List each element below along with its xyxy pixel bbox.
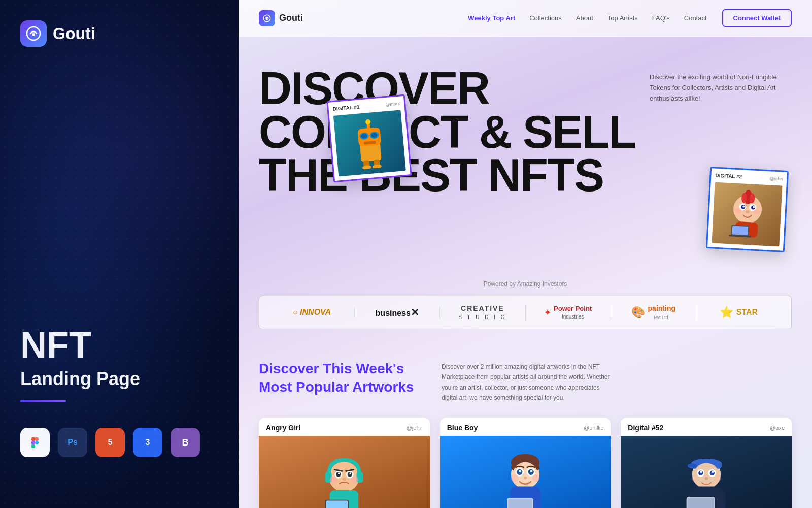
navbar: Gouti Weekly Top Art Collections About T… xyxy=(239,0,812,37)
investor-star: ⭐ STAR xyxy=(696,306,781,319)
investors-section: Powered by Amazing Investors ○ INNOVA bu… xyxy=(239,270,812,344)
investors-bar: ○ INNOVA business✕ CREATIVES T U D I O ✦… xyxy=(259,296,792,329)
svg-point-1 xyxy=(32,33,35,36)
artwork-card-blue-boy[interactable]: Blue Boy @phillip xyxy=(440,418,611,508)
discover-title: Discover This Week's Most Popular Artwor… xyxy=(259,360,421,403)
svg-rect-53 xyxy=(326,500,348,508)
svg-point-50 xyxy=(343,478,347,481)
artwork-card-digital52[interactable]: Digital #52 @axe xyxy=(621,418,792,508)
artwork-card-header-2: Blue Boy @phillip xyxy=(440,418,611,436)
nft-card-1-label: DIGITAL #1 xyxy=(332,104,360,112)
nav-contact[interactable]: Contact xyxy=(684,14,707,22)
artwork-author-1: @john xyxy=(407,425,423,431)
nav-logo-icon xyxy=(259,10,275,26)
left-logo-text: Gouti xyxy=(53,24,95,43)
investor-innova: ○ INNOVA xyxy=(269,308,355,317)
connect-wallet-button[interactable]: Connect Wallet xyxy=(722,9,792,27)
svg-point-20 xyxy=(362,165,371,170)
svg-point-48 xyxy=(330,475,337,483)
svg-point-75 xyxy=(687,463,697,468)
svg-rect-4 xyxy=(31,441,35,444)
nav-faqs[interactable]: FAQ's xyxy=(652,14,670,22)
nft-card-1-author: @mark xyxy=(385,101,400,107)
svg-point-64 xyxy=(530,470,533,472)
discover-top: Discover This Week's Most Popular Artwor… xyxy=(259,360,792,403)
artwork-author-2: @phillip xyxy=(584,425,603,431)
css3-icon: 3 xyxy=(133,428,162,457)
main-title-area: NFT Landing Page Ps 5 xyxy=(20,327,218,457)
svg-rect-70 xyxy=(508,499,532,508)
svg-point-65 xyxy=(524,476,527,479)
left-logo-area: Gouti xyxy=(20,20,218,47)
nav-collections[interactable]: Collections xyxy=(529,14,562,22)
hero-section: Discover the exciting world of Non-Fungi… xyxy=(239,37,812,270)
investors-label: Powered by Amazing Investors xyxy=(259,280,792,288)
artwork-image-angry-girl xyxy=(259,436,430,508)
svg-point-63 xyxy=(519,470,521,472)
discover-title-highlight: Artworks xyxy=(352,379,414,395)
nav-links: Weekly Top Art Collections About Top Art… xyxy=(468,14,706,22)
svg-point-82 xyxy=(712,471,714,473)
artwork-card-header-1: Angry Girl @john xyxy=(259,418,430,436)
figma-icon xyxy=(20,428,50,457)
investor-painting: 🎨 paintingPvt.Ltd. xyxy=(611,304,696,321)
nft-card-1: DIGITAL #1 @mark xyxy=(326,94,412,183)
artwork-card-angry-girl[interactable]: Angry Girl @john xyxy=(259,418,430,508)
nft-card-2-author: @john xyxy=(769,176,783,181)
svg-rect-5 xyxy=(31,444,35,448)
artwork-card-header-3: Digital #52 @axe xyxy=(621,418,792,436)
svg-point-81 xyxy=(700,471,702,473)
svg-point-66 xyxy=(511,474,519,482)
artwork-title-2: Blue Boy xyxy=(447,424,478,432)
artwork-image-digital52 xyxy=(621,436,792,508)
investor-powerpoint: ✦ Power PointIndustries xyxy=(526,305,611,320)
artwork-title-3: Digital #52 xyxy=(628,424,663,432)
svg-point-17 xyxy=(365,119,370,125)
nft-card-2-image xyxy=(712,182,782,247)
discover-description: Discover over 2 million amazing digital … xyxy=(442,360,614,403)
svg-rect-3 xyxy=(35,437,39,441)
investor-creative: CREATIVES T U D I O xyxy=(440,304,525,321)
nav-logo: Gouti xyxy=(259,10,303,26)
tool-icons: Ps 5 3 B xyxy=(20,428,218,457)
left-panel: Gouti NFT Landing Page Ps xyxy=(0,0,239,508)
svg-rect-88 xyxy=(687,497,714,508)
svg-point-21 xyxy=(372,164,382,169)
svg-point-8 xyxy=(266,18,268,20)
svg-point-46 xyxy=(338,472,340,474)
html5-icon: 5 xyxy=(95,428,125,457)
svg-rect-90 xyxy=(718,491,725,508)
artworks-grid: Angry Girl @john xyxy=(259,418,792,508)
svg-point-67 xyxy=(532,474,539,482)
svg-rect-2 xyxy=(31,437,35,441)
investor-business: business✕ xyxy=(355,306,440,319)
main-subtitle: Landing Page xyxy=(20,368,218,390)
right-panel: Gouti Weekly Top Art Collections About T… xyxy=(239,0,812,508)
svg-point-47 xyxy=(350,472,352,474)
svg-point-49 xyxy=(351,475,358,483)
artwork-author-3: @axe xyxy=(770,425,785,431)
artwork-image-blue-boy xyxy=(440,436,611,508)
title-underline xyxy=(20,400,66,402)
svg-point-6 xyxy=(35,441,39,444)
nft-card-2-label: DIGITAL #2 xyxy=(715,173,742,180)
main-title: NFT xyxy=(20,327,218,363)
nav-logo-text: Gouti xyxy=(279,13,303,23)
nft-card-1-image xyxy=(333,110,406,176)
artwork-title-1: Angry Girl xyxy=(266,424,300,432)
nft-card-2: DIGITAL #2 @john xyxy=(706,167,789,252)
bootstrap-icon: B xyxy=(171,428,200,457)
svg-point-84 xyxy=(692,475,699,482)
svg-point-83 xyxy=(704,477,708,480)
discover-section: Discover This Week's Most Popular Artwor… xyxy=(239,344,812,508)
nav-about[interactable]: About xyxy=(576,14,593,22)
svg-rect-37 xyxy=(732,226,748,235)
nav-weekly-top-art[interactable]: Weekly Top Art xyxy=(468,14,515,22)
left-logo-icon xyxy=(20,20,47,47)
photoshop-icon: Ps xyxy=(58,428,87,457)
svg-point-85 xyxy=(714,475,721,482)
nav-top-artists[interactable]: Top Artists xyxy=(607,14,638,22)
